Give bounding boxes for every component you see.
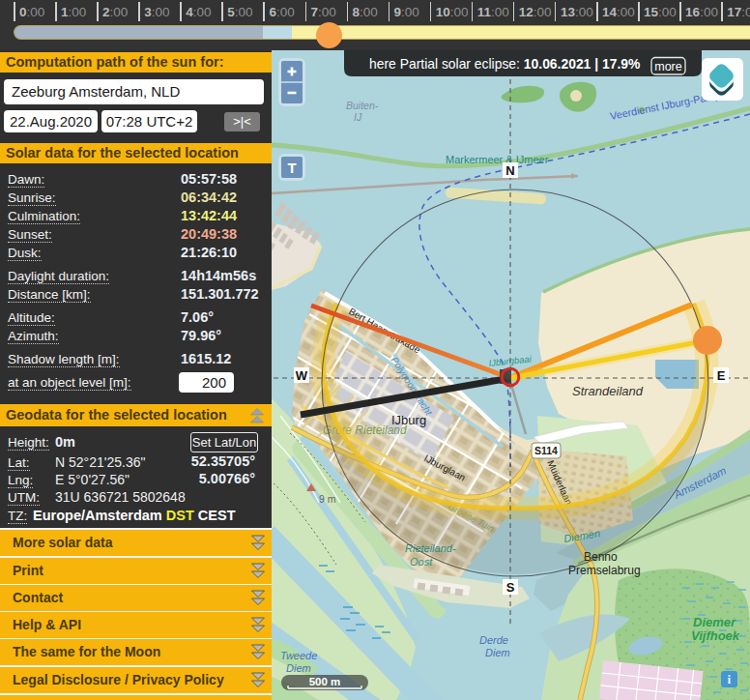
svg-text:Vijfhoek: Vijfhoek <box>691 628 740 643</box>
svg-text:Tweede: Tweede <box>280 650 317 661</box>
svg-text:T: T <box>287 160 296 176</box>
svg-text:W: W <box>296 368 308 383</box>
svg-text:500 m: 500 m <box>309 676 341 687</box>
svg-text:Diemer: Diemer <box>693 615 736 629</box>
svg-text:Buiten-: Buiten- <box>346 100 379 111</box>
svg-text:IJ: IJ <box>354 111 362 123</box>
svg-text:here Partial solar eclipse: 10: here Partial solar eclipse: 10.06.2021 |… <box>369 56 640 72</box>
svg-text:E: E <box>717 368 726 383</box>
svg-text:S114: S114 <box>534 445 558 456</box>
svg-text:more: more <box>654 60 682 73</box>
svg-text:Diem: Diem <box>286 662 311 674</box>
svg-text:S: S <box>506 580 515 595</box>
svg-text:Oost: Oost <box>410 556 433 568</box>
svg-text:9 m: 9 m <box>319 493 336 505</box>
svg-text:Diem: Diem <box>485 647 510 658</box>
svg-text:Derde: Derde <box>479 634 508 646</box>
svg-text:N: N <box>505 163 514 178</box>
svg-text:Strandeiland: Strandeiland <box>572 384 644 398</box>
svg-text:Markermeer & IJmeer: Markermeer & IJmeer <box>446 154 549 165</box>
